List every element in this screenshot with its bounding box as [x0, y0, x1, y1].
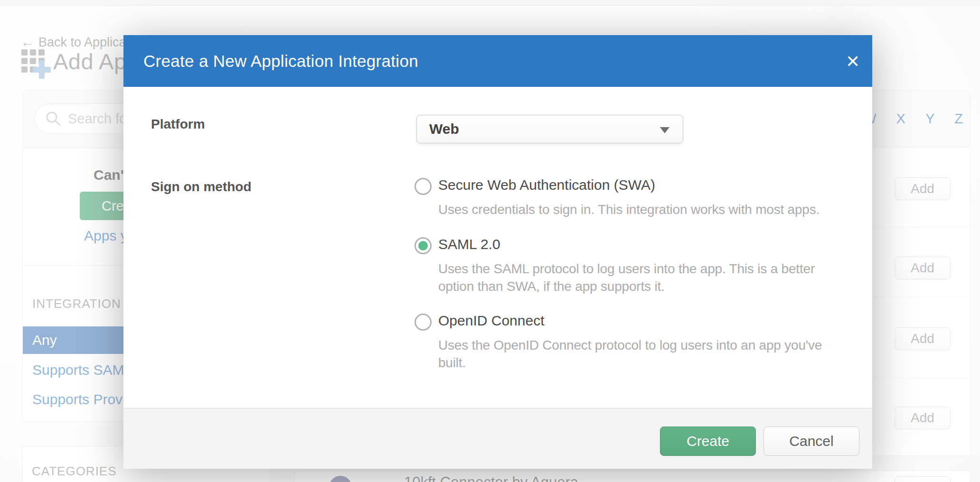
radio-button-swa[interactable]	[415, 178, 432, 195]
radio-label-saml[interactable]: SAML 2.0	[438, 236, 500, 252]
create-button[interactable]: Create	[660, 426, 756, 456]
platform-selected-value: Web	[429, 115, 459, 143]
radio-desc-saml: Uses the SAML protocol to log users into…	[438, 260, 847, 295]
platform-label: Platform	[151, 117, 205, 132]
close-icon[interactable]: ✕	[839, 48, 866, 75]
sign-on-method-label: Sign on method	[151, 179, 252, 195]
radio-selected-dot	[418, 241, 428, 250]
platform-select[interactable]: Web	[416, 115, 683, 143]
modal-title: Create a New Application Integration	[143, 35, 418, 87]
radio-label-swa[interactable]: Secure Web Authentication (SWA)	[438, 177, 655, 193]
cancel-button[interactable]: Cancel	[763, 426, 859, 456]
radio-button-oidc[interactable]	[415, 314, 432, 331]
radio-label-oidc[interactable]: OpenID Connect	[438, 313, 544, 329]
modal-header: Create a New Application Integration ✕	[123, 35, 872, 87]
radio-button-saml[interactable]	[415, 237, 432, 254]
radio-desc-swa: Uses credentials to sign in. This integr…	[438, 201, 847, 218]
screen: ←Back to Applications Add App Search for…	[0, 0, 980, 482]
radio-desc-oidc: Uses the OpenID Connect protocol to log …	[438, 336, 847, 371]
create-integration-modal: Create a New Application Integration ✕ P…	[123, 35, 872, 469]
chevron-down-icon	[660, 127, 669, 133]
modal-footer: Create Cancel	[123, 408, 872, 469]
